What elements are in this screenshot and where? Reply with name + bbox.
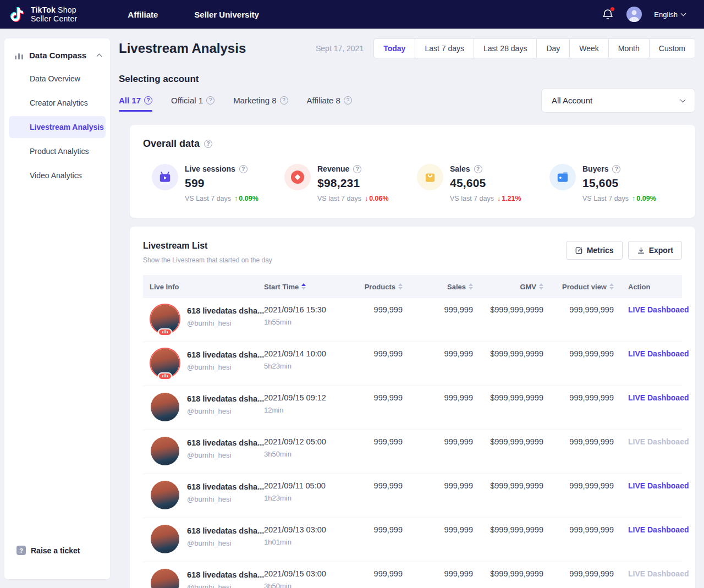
nav-seller-university[interactable]: Seller University [194, 10, 259, 19]
product-view-value: 999,999,999 [544, 518, 615, 562]
streamer-handle: @burrihi_hesi [187, 451, 264, 459]
live-dashboard-link[interactable]: LIVE Dashboaed [628, 305, 689, 314]
top-navigation: Affiliate Seller University [128, 10, 259, 19]
help-circle-icon[interactable] [239, 165, 248, 173]
start-time: 2021/09/15 09:12 [264, 393, 348, 402]
streamer-avatar[interactable] [150, 436, 180, 466]
streamer-avatar[interactable] [150, 568, 180, 588]
table-row: 618 livedatas dsha...@burrihi_hesi 2021/… [143, 298, 682, 342]
live-dashboard-link-disabled: LIVE Dashboaed [628, 569, 689, 578]
export-button[interactable]: Export [628, 241, 682, 260]
streamer-avatar[interactable] [150, 480, 180, 510]
metrics-button[interactable]: Metrics [566, 241, 623, 260]
tab-official[interactable]: Official 1 [171, 96, 215, 112]
current-date-label: Sept 17, 2021 [316, 44, 364, 53]
tab-marketing[interactable]: Marketing 8 [233, 96, 288, 112]
notification-bell-icon[interactable] [601, 8, 614, 21]
chevron-down-icon [680, 97, 686, 102]
tab-label: All 17 [119, 96, 141, 105]
metric-value: 45,605 [450, 177, 521, 190]
streamer-avatar[interactable] [150, 304, 180, 334]
livestream-title: 618 livedatas dsha... [187, 350, 264, 359]
account-dropdown[interactable]: All Account [541, 88, 695, 113]
table-row: 618 livedatas dsha...@burrihi_hesi 2021/… [143, 386, 682, 430]
live-dashboard-link[interactable]: LIVE Dashboaed [628, 481, 689, 490]
table-row: 618 livedatas dsha...@burrihi_hesi 2021/… [143, 562, 682, 588]
streamer-avatar[interactable] [150, 392, 180, 422]
streamer-handle: @burrihi_hesi [187, 583, 264, 588]
raise-ticket-label: Raise a ticket [31, 546, 80, 555]
streamer-handle: @burrihi_hesi [187, 319, 264, 327]
metric-label: Revenue [317, 164, 349, 173]
col-start-time[interactable]: Start Time [257, 275, 349, 298]
sidebar-item-data-overview[interactable]: Data Overview [9, 68, 106, 90]
livestream-title: 618 livedatas dsha... [187, 306, 264, 315]
live-dashboard-link[interactable]: LIVE Dashboaed [628, 393, 689, 402]
live-dashboard-link[interactable]: LIVE Dashboaed [628, 525, 689, 534]
raise-a-ticket-button[interactable]: Raise a ticket [16, 546, 80, 555]
products-value: 999,999 [349, 562, 404, 588]
metric-label: Sales [450, 164, 470, 173]
help-circle-icon[interactable] [353, 165, 361, 173]
range-last7days-button[interactable]: Last 7 days [415, 39, 474, 58]
sort-icon [398, 283, 403, 290]
range-custom-button[interactable]: Custom [649, 39, 695, 58]
metric-value: $98,231 [317, 177, 389, 190]
download-icon [637, 246, 645, 255]
streamer-avatar[interactable] [150, 524, 180, 554]
col-gmv[interactable]: GMV [474, 275, 544, 298]
range-week-button[interactable]: Week [569, 39, 609, 58]
help-circle-icon[interactable] [612, 165, 620, 173]
livestream-title: 618 livedatas dsha... [187, 438, 264, 447]
language-selector[interactable]: English [654, 10, 685, 19]
sidebar-section-data-compass[interactable]: Data Compass [4, 51, 110, 65]
range-last28days-button[interactable]: Last 28 days [474, 39, 537, 58]
help-circle-icon[interactable] [144, 96, 152, 105]
metric-compare-label: VS last 7 days [450, 195, 494, 202]
help-circle-icon[interactable] [474, 165, 482, 173]
col-action: Action [615, 275, 682, 298]
live-dashboard-link[interactable]: LIVE Dashboaed [628, 349, 689, 358]
metrics-button-label: Metrics [587, 246, 614, 255]
range-month-button[interactable]: Month [608, 39, 650, 58]
tab-affiliate[interactable]: Affiliate 8 [307, 96, 352, 112]
range-day-button[interactable]: Day [536, 39, 570, 58]
duration: 1h55min [264, 318, 348, 326]
livestream-title: 618 livedatas dsha... [187, 482, 264, 491]
nav-affiliate[interactable]: Affiliate [128, 10, 158, 19]
selecting-account-heading: Selecting account [119, 74, 695, 85]
help-circle-icon[interactable] [344, 96, 352, 105]
metric-compare-label: VS Last 7 days [185, 195, 231, 202]
col-sales[interactable]: Sales [404, 275, 474, 298]
table-row: 618 livedatas dsha...@burrihi_hesi 2021/… [143, 474, 682, 518]
tiktok-shop-logo[interactable]: TikTok Shop Seller Center [10, 5, 77, 24]
col-products[interactable]: Products [349, 275, 404, 298]
sales-icon [417, 164, 443, 190]
duration: 12min [264, 406, 348, 414]
range-today-button[interactable]: Today [373, 39, 415, 58]
product-view-value: 999,999,999 [544, 298, 615, 342]
help-circle-icon[interactable] [204, 140, 212, 148]
help-circle-icon[interactable] [280, 96, 288, 105]
user-avatar[interactable] [626, 7, 642, 22]
sales-value: 999,999 [404, 518, 474, 562]
streamer-avatar[interactable] [150, 348, 180, 378]
help-circle-icon[interactable] [206, 96, 215, 105]
sidebar-item-creator-analytics[interactable]: Creator Analytics [9, 92, 106, 114]
sidebar-item-video-analytics[interactable]: Video Analytics [9, 164, 106, 186]
live-badge-icon [158, 372, 172, 380]
account-tabs: All 17 Official 1 Marketing 8 Affiliate … [119, 88, 352, 112]
start-time: 2021/09/16 15:30 [264, 305, 348, 314]
overall-data-heading: Overall data [143, 138, 200, 150]
col-product-view[interactable]: Product view [544, 275, 615, 298]
sidebar-item-product-analytics[interactable]: Product Analytics [9, 140, 106, 162]
sort-icon [301, 283, 306, 290]
table-header-row: Live Info Start Time Products Sales GMV … [143, 275, 682, 298]
metric-value: 599 [185, 177, 258, 190]
sidebar-item-livestream-analysis[interactable]: Livestream Analysis [9, 116, 106, 138]
metric-buyers: Buyers 15,605 VS Last 7 days ↑0.09% [549, 164, 682, 202]
tab-all[interactable]: All 17 [119, 96, 152, 112]
sort-icon [469, 283, 473, 290]
live-sessions-icon [152, 164, 178, 190]
gmv-value: $999,999,9999 [474, 518, 544, 562]
